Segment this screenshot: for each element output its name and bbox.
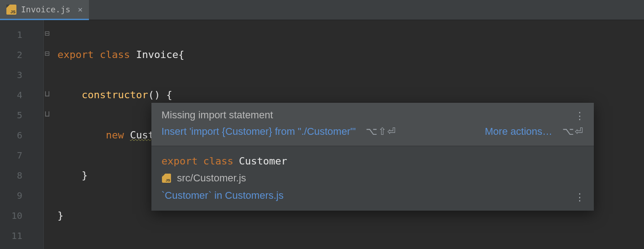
- line-number: 10: [0, 206, 22, 226]
- method-name: constructor: [82, 89, 148, 101]
- insert-import-action[interactable]: Insert 'import {Customer} from "./Custom…: [161, 126, 356, 138]
- fold-end-icon[interactable]: ⊔: [45, 109, 50, 118]
- punct: () {: [148, 89, 172, 101]
- shortcut-hint: ⌥⇧⏎: [366, 126, 396, 138]
- line-number: 8: [0, 165, 22, 185]
- line-number: 3: [0, 65, 22, 85]
- fold-marker-icon[interactable]: ⊟: [45, 28, 50, 38]
- js-file-icon: JS: [162, 174, 171, 183]
- keyword: export: [57, 49, 100, 60]
- punct: }: [82, 170, 88, 181]
- file-location-row[interactable]: JS src/Customer.js: [161, 170, 584, 187]
- intention-popup: ⋮ Missing import statement Insert 'impor…: [151, 103, 594, 211]
- popup-title: Missing import statement: [161, 109, 584, 121]
- keyword: export: [161, 155, 197, 167]
- tab-filename: Invoice.js: [21, 5, 70, 14]
- class-name: Invoice: [136, 49, 178, 60]
- fold-end-icon[interactable]: ⊔: [45, 89, 50, 98]
- line-number: 7: [0, 145, 22, 165]
- keyword: class: [100, 49, 136, 60]
- class-name: Customer: [239, 155, 287, 167]
- tab-bar: JS Invoice.js ×: [0, 0, 644, 20]
- line-number: 5: [0, 105, 22, 125]
- more-menu-icon[interactable]: ⋮: [575, 110, 585, 122]
- shortcut-hint: ⌥⏎: [562, 126, 584, 138]
- line-number-gutter: 1 2 3 4 5 6 7 8 9 10 11: [0, 20, 44, 249]
- alternate-location-link[interactable]: `Customer` in Customers.js: [161, 190, 284, 201]
- fold-marker-icon[interactable]: ⊟: [45, 48, 50, 58]
- js-file-icon: JS: [6, 5, 16, 15]
- close-tab-icon[interactable]: ×: [78, 5, 83, 14]
- code-editor: JS Invoice.js × 1 2 3 4 5 6 7 8 9 10 11 …: [0, 0, 644, 249]
- editor-tab-invoice[interactable]: JS Invoice.js ×: [0, 0, 89, 20]
- line-number: 6: [0, 125, 22, 145]
- more-menu-icon[interactable]: ⋮: [575, 191, 585, 203]
- editor-body: 1 2 3 4 5 6 7 8 9 10 11 ⊟ ⊟ ⊔ ⊔ export c…: [0, 20, 644, 249]
- line-number: 1: [0, 25, 22, 45]
- popup-details: export class Customer JS src/Customer.js…: [151, 146, 594, 211]
- keyword: class: [203, 155, 233, 167]
- line-number: 2: [0, 45, 22, 65]
- line-number: 4: [0, 85, 22, 105]
- file-path: src/Customer.js: [177, 172, 246, 184]
- popup-header: Missing import statement Insert 'import …: [151, 103, 594, 146]
- line-number: 9: [0, 185, 22, 206]
- punct: }: [57, 210, 63, 221]
- keyword: new: [106, 129, 130, 141]
- punct: {: [178, 49, 184, 60]
- more-actions-link[interactable]: More actions…: [485, 126, 552, 138]
- line-number: 11: [0, 226, 22, 246]
